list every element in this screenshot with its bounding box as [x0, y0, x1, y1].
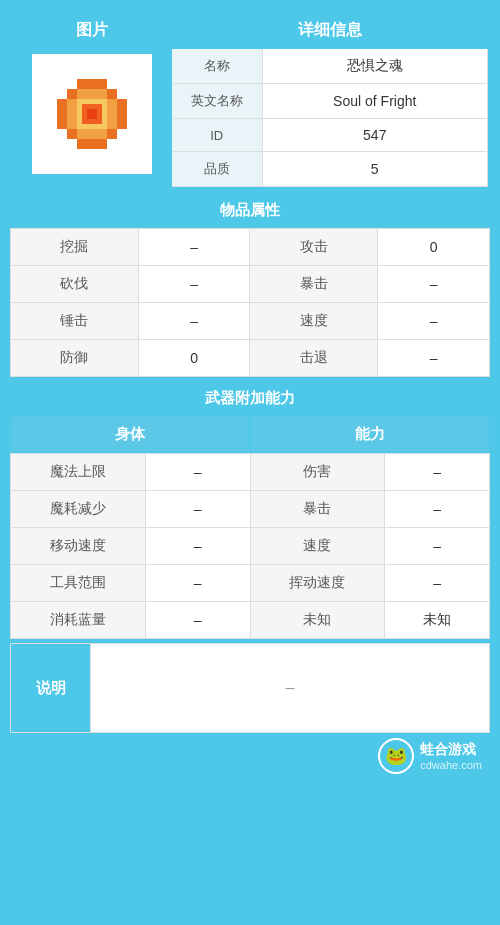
label-quality: 品质: [172, 152, 262, 187]
label-hammer: 锤击: [11, 303, 139, 340]
value-crit2: –: [385, 491, 490, 528]
detail-table: 名称 恐惧之魂 英文名称 Soul of Fright ID 547 品质 5: [172, 49, 488, 187]
attr-row-3: 锤击 – 速度 –: [11, 303, 490, 340]
weapon-row-4: 工具范围 – 挥动速度 –: [11, 565, 490, 602]
watermark-brand: 蛙合游戏: [420, 741, 482, 759]
item-icon: [52, 74, 132, 154]
item-image-box: [32, 54, 152, 174]
svg-rect-8: [77, 89, 107, 99]
label-mana-reduce: 魔耗减少: [11, 491, 146, 528]
svg-rect-4: [117, 99, 127, 129]
svg-rect-5: [67, 129, 77, 139]
label-speed: 速度: [250, 303, 378, 340]
label-unknown: 未知: [250, 602, 385, 639]
value-crit: –: [378, 266, 490, 303]
watermark: 🐸 蛙合游戏 cdwahe.com: [10, 733, 490, 779]
top-section: 图片: [10, 10, 490, 189]
item-attributes-header: 物品属性: [10, 193, 490, 228]
label-mana-max: 魔法上限: [11, 454, 146, 491]
label-defense: 防御: [11, 340, 139, 377]
label-speed2: 速度: [250, 528, 385, 565]
value-name-zh: 恐惧之魂: [262, 49, 488, 84]
weapon-rows-table: 魔法上限 – 伤害 – 魔耗减少 – 暴击 – 移动速度 – 速度 – 工具范围…: [10, 453, 490, 639]
weapon-bonus-header: 武器附加能力: [10, 381, 490, 416]
svg-rect-16: [82, 104, 87, 124]
attr-row-2: 砍伐 – 暴击 –: [11, 266, 490, 303]
svg-rect-11: [77, 129, 107, 139]
value-mana-max: –: [145, 454, 250, 491]
label-mana-cost: 消耗蓝量: [11, 602, 146, 639]
watermark-text: 蛙合游戏 cdwahe.com: [420, 741, 482, 771]
weapon-row-2: 魔耗减少 – 暴击 –: [11, 491, 490, 528]
attributes-table: 挖掘 – 攻击 0 砍伐 – 暴击 – 锤击 – 速度 – 防御 0 击退 –: [10, 228, 490, 377]
value-name-en: Soul of Fright: [262, 84, 488, 119]
weapon-sub-headers: 身体 能力: [10, 416, 490, 453]
detail-row-id: ID 547: [172, 119, 488, 152]
value-damage: –: [385, 454, 490, 491]
attr-row-4: 防御 0 击退 –: [11, 340, 490, 377]
svg-rect-0: [77, 79, 107, 89]
attr-row-1: 挖掘 – 攻击 0: [11, 229, 490, 266]
detail-row-name: 名称 恐惧之魂: [172, 49, 488, 84]
description-label: 说明: [11, 644, 91, 732]
label-id: ID: [172, 119, 262, 152]
label-swing-speed: 挥动速度: [250, 565, 385, 602]
svg-rect-9: [67, 99, 77, 129]
value-attack: 0: [378, 229, 490, 266]
label-dig: 挖掘: [11, 229, 139, 266]
label-tool-range: 工具范围: [11, 565, 146, 602]
weapon-row-3: 移动速度 – 速度 –: [11, 528, 490, 565]
svg-rect-17: [97, 104, 102, 124]
value-mana-cost: –: [145, 602, 250, 639]
svg-rect-6: [107, 129, 117, 139]
value-unknown: 未知: [385, 602, 490, 639]
value-knockback: –: [378, 340, 490, 377]
svg-rect-2: [107, 89, 117, 99]
svg-rect-3: [57, 99, 67, 129]
value-tool-range: –: [145, 565, 250, 602]
detail-section-title: 详细信息: [172, 12, 488, 49]
label-english-name: 英文名称: [172, 84, 262, 119]
label-attack: 攻击: [250, 229, 378, 266]
label-knockback: 击退: [250, 340, 378, 377]
detail-panel: 详细信息 名称 恐惧之魂 英文名称 Soul of Fright ID 547 …: [172, 12, 488, 187]
value-speed2: –: [385, 528, 490, 565]
detail-row-english-name: 英文名称 Soul of Fright: [172, 84, 488, 119]
image-panel: 图片: [12, 12, 172, 187]
weapon-row-1: 魔法上限 – 伤害 –: [11, 454, 490, 491]
description-value: –: [91, 644, 489, 732]
ability-sub-header: 能力: [250, 416, 490, 453]
body-sub-header: 身体: [10, 416, 250, 453]
watermark-url: cdwahe.com: [420, 759, 482, 771]
label-crit2: 暴击: [250, 491, 385, 528]
label-crit: 暴击: [250, 266, 378, 303]
svg-rect-10: [107, 99, 117, 129]
watermark-logo: 🐸: [378, 738, 414, 774]
value-swing-speed: –: [385, 565, 490, 602]
value-dig: –: [138, 229, 250, 266]
value-move-speed: –: [145, 528, 250, 565]
value-hammer: –: [138, 303, 250, 340]
value-speed: –: [378, 303, 490, 340]
value-defense: 0: [138, 340, 250, 377]
value-chop: –: [138, 266, 250, 303]
main-container: 图片: [0, 0, 500, 789]
svg-rect-13: [87, 109, 97, 119]
detail-row-quality: 品质 5: [172, 152, 488, 187]
image-section-title: 图片: [12, 12, 172, 49]
svg-rect-7: [77, 139, 107, 149]
description-section: 说明 –: [10, 643, 490, 733]
value-quality: 5: [262, 152, 488, 187]
label-chop: 砍伐: [11, 266, 139, 303]
label-move-speed: 移动速度: [11, 528, 146, 565]
label-name: 名称: [172, 49, 262, 84]
weapon-row-5: 消耗蓝量 – 未知 未知: [11, 602, 490, 639]
value-mana-reduce: –: [145, 491, 250, 528]
label-damage: 伤害: [250, 454, 385, 491]
value-id: 547: [262, 119, 488, 152]
frog-icon: 🐸: [385, 745, 407, 767]
svg-rect-1: [67, 89, 77, 99]
